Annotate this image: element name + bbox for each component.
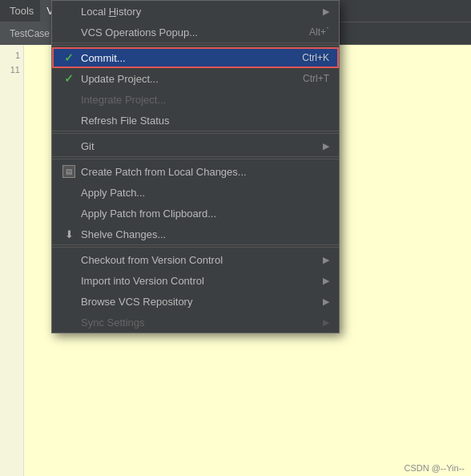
create-patch-label: Create Patch from Local Changes... [81,166,247,178]
line-2: 11 [0,63,23,77]
update-check-icon: ✓ [62,71,76,86]
import-icon [62,273,76,288]
apply-patch-clipboard-icon [62,206,76,220]
menu-section-1: Local History ▶ VCS Operations Popup... … [52,1,339,43]
import-vcs-label: Import into Version Control [81,275,204,287]
menu-item-create-patch[interactable]: ▤ Create Patch from Local Changes... [52,161,339,182]
update-project-shortcut: Ctrl+T [303,73,329,84]
menu-tools-label: Tools [10,5,34,17]
checkout-arrow: ▶ [323,255,329,265]
menu-item-git[interactable]: Git ▶ [52,135,339,156]
local-history-label: Local History [81,6,141,18]
local-history-icon [62,4,76,18]
shelve-changes-label: Shelve Changes... [81,228,166,240]
git-label: Git [81,140,95,152]
menu-item-integrate-project: Integrate Project... [52,89,339,110]
tab-label: TestCase [10,28,50,39]
browse-icon [62,294,76,309]
menu-item-import-vcs[interactable]: Import into Version Control ▶ [52,270,339,291]
vcs-operations-shortcut: Alt+` [309,26,329,38]
line-numbers: 1 11 [0,45,24,476]
menu-item-update-project[interactable]: ✓ Update Project... Ctrl+T [52,68,339,89]
checkout-icon [62,252,76,267]
menu-section-2: ✓ Commit... Ctrl+K ✓ Update Project... C… [52,47,339,131]
menu-item-shelve-changes[interactable]: ⬇ Shelve Changes... [52,224,339,244]
create-patch-icon: ▤ [62,164,76,179]
commit-label: Commit... [81,52,126,64]
sync-settings-label: Sync Settings [81,317,145,329]
refresh-icon [62,113,76,127]
menu-item-vcs-operations[interactable]: VCS Operations Popup... Alt+` [52,22,339,42]
update-project-label: Update Project... [81,73,159,85]
browse-vcs-label: Browse VCS Repository [81,296,192,308]
browse-arrow: ▶ [323,296,329,307]
separator-1 [52,45,339,46]
menu-section-4: ▤ Create Patch from Local Changes... App… [52,161,339,245]
menu-item-apply-patch-clipboard[interactable]: Apply Patch from Clipboard... [52,203,339,224]
menu-item-browse-vcs[interactable]: Browse VCS Repository ▶ [52,291,339,312]
menu-item-commit[interactable]: ✓ Commit... Ctrl+K [52,47,339,68]
separator-3 [52,159,339,159]
menu-section-5: Checkout from Version Control ▶ Import i… [52,249,339,333]
menu-item-sync-settings: Sync Settings ▶ [52,312,339,333]
line-1: 1 [0,48,23,63]
apply-patch-icon [62,185,76,200]
shelve-icon: ⬇ [62,227,76,241]
separator-4 [52,247,339,248]
checkout-vcs-label: Checkout from Version Control [81,254,223,266]
commit-shortcut: Ctrl+K [302,52,329,63]
git-arrow: ▶ [323,141,329,151]
vcs-dropdown-menu: Local History ▶ VCS Operations Popup... … [51,0,340,333]
menu-item-apply-patch[interactable]: Apply Patch... [52,182,339,203]
sync-icon [62,315,76,329]
separator-2 [52,133,339,134]
sync-arrow: ▶ [323,317,329,328]
integrate-project-label: Integrate Project... [81,94,166,106]
commit-check-icon: ✓ [62,50,76,65]
menu-item-refresh-file-status[interactable]: Refresh File Status [52,110,339,131]
vcs-operations-icon [62,25,76,39]
attribution: CSDN @--Yin-- [404,463,465,473]
menu-item-checkout-vcs[interactable]: Checkout from Version Control ▶ [52,249,339,270]
apply-patch-clipboard-label: Apply Patch from Clipboard... [81,208,216,220]
menu-tools[interactable]: Tools [3,0,40,22]
menu-section-3: Git ▶ [52,135,339,157]
local-history-arrow: ▶ [323,6,329,17]
refresh-file-status-label: Refresh File Status [81,115,170,127]
vcs-operations-label: VCS Operations Popup... [81,26,198,38]
integrate-icon [62,92,76,107]
import-arrow: ▶ [323,276,329,286]
apply-patch-label: Apply Patch... [81,187,145,199]
menu-item-local-history[interactable]: Local History ▶ [52,1,339,22]
git-icon [62,139,76,153]
attribution-text: CSDN @--Yin-- [404,463,465,473]
